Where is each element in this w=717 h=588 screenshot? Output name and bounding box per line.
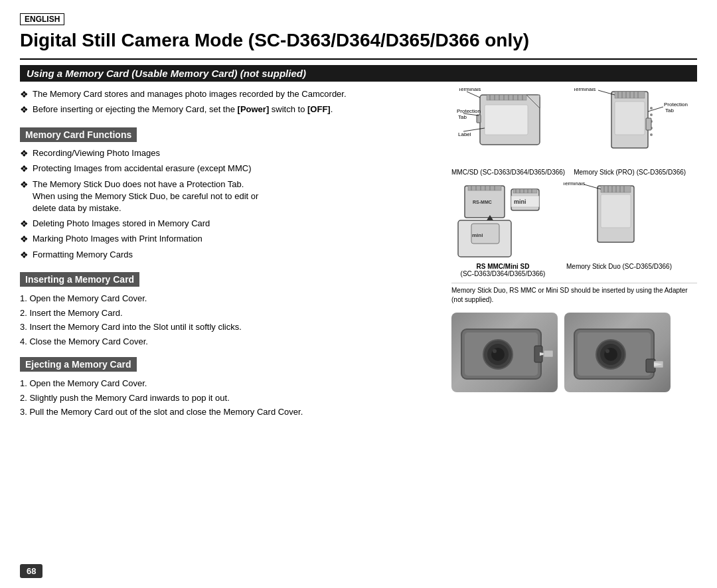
svg-rect-12 — [485, 105, 528, 135]
mmc-sd-svg: Terminals Protection Tab Label — [457, 88, 560, 165]
mcf-bullet-5: ❖ Marking Photo Images with Print Inform… — [20, 233, 438, 246]
language-badge: ENGLISH — [20, 13, 64, 25]
svg-rect-2 — [487, 95, 526, 100]
svg-point-30 — [650, 113, 653, 116]
bullet-icon-6: ❖ — [20, 218, 29, 231]
inserting-step-3: 3. Insert the Memory Card into the Slot … — [20, 321, 438, 334]
camera-inserting-photo — [451, 313, 558, 392]
ejecting-header: Ejecting a Memory Card — [20, 357, 137, 372]
svg-rect-41 — [468, 186, 501, 190]
svg-text:Label: Label — [458, 131, 471, 137]
svg-text:Terminals: Terminals — [573, 88, 596, 92]
intro-bullet-1: ❖ The Memory Card stores and manages pho… — [20, 88, 438, 102]
memory-card-functions-header: Memory Card Functions — [20, 127, 137, 142]
content-area: ❖ The Memory Card stores and manages pho… — [20, 88, 697, 420]
bullet-icon-2: ❖ — [20, 104, 29, 117]
memory-stick-pro-diagram: Terminals Protection Tab Memory Stick (P… — [572, 88, 688, 176]
diagram-note: Memory Stick Duo, RS MMC or Mini SD shou… — [451, 283, 697, 305]
svg-text:Tab: Tab — [458, 114, 467, 120]
svg-rect-11 — [477, 115, 481, 123]
inserting-step-4: 4. Close the Memory Card Cover. — [20, 335, 438, 348]
mcf-bullet-3: ❖ The Memory Stick Duo does not have a P… — [20, 179, 438, 215]
memory-stick-duo-label: Memory Stick Duo (SC-D365/D366) — [561, 263, 677, 270]
bullet-icon-4: ❖ — [20, 163, 29, 176]
svg-text:Terminals: Terminals — [562, 183, 585, 186]
rs-mmc-svg: RS-MMC mini — [451, 183, 554, 259]
bullet-icon-7: ❖ — [20, 233, 29, 246]
svg-text:Protection: Protection — [457, 108, 481, 114]
page: ENGLISH Digital Still Camera Mode (SC-D3… — [0, 0, 717, 588]
svg-point-29 — [650, 107, 653, 110]
intro-bullet-2: ❖ Before inserting or ejecting the Memor… — [20, 104, 438, 117]
ejecting-step-1: 1. Open the Memory Card Cover. — [20, 377, 438, 390]
memory-stick-duo-diagram: Terminals Memory Stick Duo (SC-D365/D366… — [561, 183, 677, 277]
right-column: Terminals Protection Tab Label MMC/SD (S… — [451, 88, 697, 420]
svg-line-13 — [467, 92, 480, 98]
ejecting-steps: 1. Open the Memory Card Cover. 2. Slight… — [20, 377, 438, 419]
svg-text:mini: mini — [514, 198, 526, 205]
svg-point-87 — [605, 349, 609, 353]
memory-stick-duo-svg: Terminals — [561, 183, 677, 259]
left-column: ❖ The Memory Card stores and manages pho… — [20, 88, 438, 420]
inserting-header: Inserting a Memory Card — [20, 272, 139, 287]
bullet-icon-8: ❖ — [20, 249, 29, 262]
svg-text:mini: mini — [472, 232, 483, 238]
svg-text:Terminals: Terminals — [458, 88, 481, 92]
svg-rect-34 — [646, 118, 651, 130]
bullet-icon-3: ❖ — [20, 147, 29, 161]
inserting-step-1: 1. Open the Memory Card Cover. — [20, 292, 438, 305]
inserting-step-2: 2. Insert the Memory Card. — [20, 307, 438, 320]
svg-text:Tab: Tab — [665, 108, 674, 113]
camera-insert-svg — [455, 316, 554, 389]
mmc-sd-diagram: Terminals Protection Tab Label MMC/SD (S… — [451, 88, 565, 176]
ejecting-step-2: 2. Slightly push the Memory Card inwards… — [20, 392, 438, 405]
bullet-icon-1: ❖ — [20, 88, 29, 102]
camera-eject-svg — [568, 316, 667, 389]
inserting-steps: 1. Open the Memory Card Cover. 2. Insert… — [20, 292, 438, 348]
camera-ejecting-photo — [564, 313, 671, 392]
ejecting-step-3: 3. Pull the Memory Card out of the slot … — [20, 405, 438, 419]
svg-text:RS-MMC: RS-MMC — [473, 200, 492, 204]
bullet-icon-5: ❖ — [20, 179, 29, 192]
page-title: Digital Still Camera Mode (SC-D363/D364/… — [20, 29, 697, 52]
mcf-bullet-2: ❖ Protecting Images from accidental eras… — [20, 163, 438, 176]
svg-point-33 — [650, 133, 653, 136]
mmc-sd-label: MMC/SD (SC-D363/D364/D365/D366) — [451, 169, 565, 176]
rs-mmc-label: RS MMC/Mini SD (SC-D363/D364/D365/D366) — [451, 263, 554, 277]
svg-rect-81 — [544, 350, 553, 357]
page-number: 68 — [20, 564, 42, 578]
svg-rect-50 — [513, 189, 537, 193]
bottom-diagrams: RS-MMC mini — [451, 183, 697, 277]
memory-stick-pro-label: Memory Stick (PRO) (SC-D365/D366) — [572, 169, 688, 176]
mcf-bullet-4: ❖ Deleting Photo Images stored in Memory… — [20, 218, 438, 231]
mcf-bullet-6: ❖ Formatting Memory Cards — [20, 249, 438, 262]
mcf-bullet-1: ❖ Recording/Viewing Photo Images — [20, 147, 438, 161]
svg-rect-28 — [615, 102, 645, 135]
rs-mmc-diagram: RS-MMC mini — [451, 183, 554, 277]
svg-text:Protection: Protection — [664, 102, 688, 108]
svg-point-78 — [493, 349, 497, 353]
memory-stick-pro-svg: Terminals Protection Tab — [572, 88, 688, 165]
section-header: Using a Memory Card (Usable Memory Card)… — [20, 65, 697, 82]
svg-rect-70 — [601, 194, 631, 228]
top-diagrams: Terminals Protection Tab Label MMC/SD (S… — [451, 88, 697, 176]
